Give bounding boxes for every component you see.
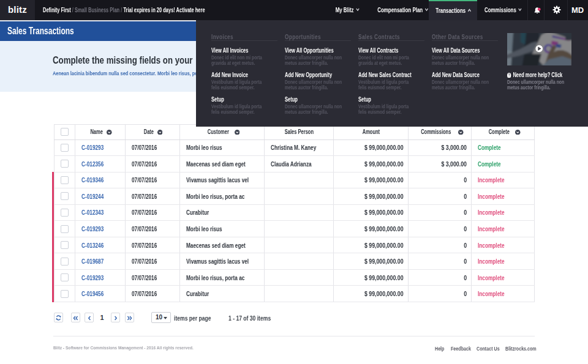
svg-text:?: ?	[508, 73, 510, 77]
